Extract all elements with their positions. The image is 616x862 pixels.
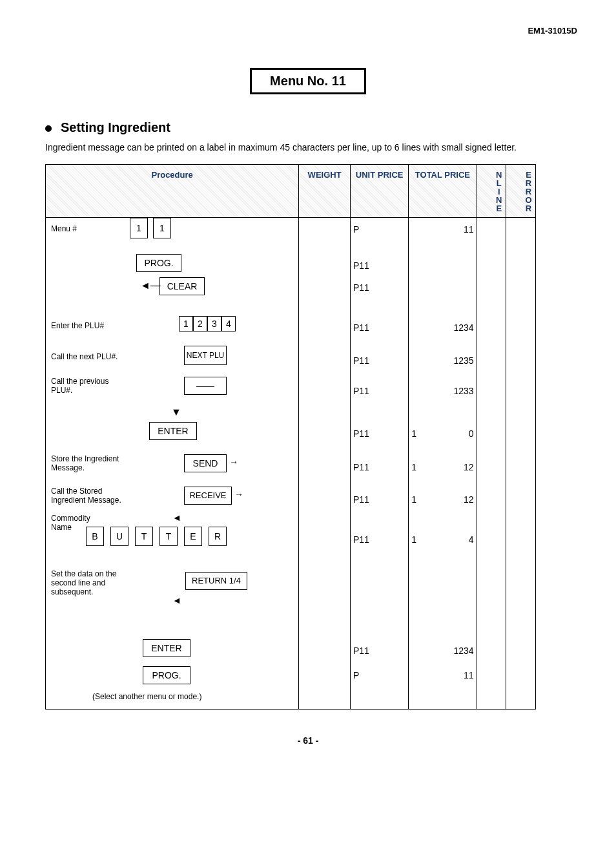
total-price-value: 14 bbox=[411, 534, 473, 545]
total-price-value: 10 bbox=[411, 428, 473, 439]
prog-key: PROG. bbox=[143, 666, 190, 684]
key-digit: 4 bbox=[221, 316, 236, 331]
intro-paragraph: Ingredient message can be printed on a l… bbox=[45, 142, 571, 154]
procedure-table: Procedure WEIGHT UNIT PRICE TOTAL PRICE … bbox=[45, 164, 536, 710]
send-key: SEND bbox=[184, 454, 227, 472]
arrow-down-icon: ▼ bbox=[171, 406, 181, 418]
section-heading: Setting Ingredient bbox=[45, 120, 577, 135]
enter-key: ENTER bbox=[143, 639, 190, 657]
unit-price-value: P11 bbox=[353, 534, 369, 545]
arrow-right-icon: → bbox=[234, 489, 243, 499]
col-total-price: TOTAL PRICE bbox=[409, 164, 477, 217]
arrow-left-icon: ◄— bbox=[140, 280, 161, 291]
unit-price-value: P11 bbox=[353, 260, 369, 271]
footer-note: (Select another menu or mode.) bbox=[92, 692, 201, 701]
prog-key: PROG. bbox=[136, 254, 181, 272]
arrow-left-icon: ◄ bbox=[172, 595, 181, 605]
unit-price-value: P11 bbox=[353, 386, 369, 396]
unit-price-value: P11 bbox=[353, 282, 369, 293]
unit-price-value: P11 bbox=[353, 494, 369, 505]
store-ingredient-label: Store the Ingredient Message. bbox=[51, 454, 128, 472]
receive-key: RECEIVE bbox=[184, 487, 232, 505]
prev-plu-label: Call the previous PLU#. bbox=[51, 377, 122, 395]
unit-price-value: P11 bbox=[353, 428, 369, 439]
total-price-value: 1233 bbox=[411, 386, 473, 396]
error-cells bbox=[506, 217, 536, 709]
col-error: ERROR bbox=[506, 164, 536, 217]
procedure-flow: Menu # 1 1 PROG. CLEAR ◄— Enter the PLU#… bbox=[46, 218, 298, 709]
unit-price-cells: PP11P11P11P11P11P11P11P11P11P11P bbox=[350, 217, 408, 709]
bullet-icon bbox=[45, 125, 52, 132]
key-digit: 1 bbox=[130, 218, 148, 238]
enter-key: ENTER bbox=[149, 422, 197, 440]
total-price-value: 1234 bbox=[411, 646, 473, 656]
unit-price-value: P bbox=[353, 670, 359, 680]
col-weight: WEIGHT bbox=[299, 164, 351, 217]
key-digit: 2 bbox=[193, 316, 207, 331]
key-digit: 1 bbox=[179, 316, 193, 331]
letter-key: T bbox=[135, 527, 153, 546]
letter-key: E bbox=[184, 527, 202, 546]
clear-key: CLEAR bbox=[159, 277, 205, 295]
page-number: - 61 - bbox=[39, 735, 577, 746]
key-digit: 1 bbox=[153, 218, 171, 238]
col-procedure: Procedure bbox=[46, 164, 299, 217]
total-price-value: 11 bbox=[411, 224, 473, 235]
unit-price-value: P11 bbox=[353, 355, 369, 366]
menu-number-label: Menu # bbox=[51, 224, 77, 233]
unit-price-value: P11 bbox=[353, 462, 369, 472]
col-unit-price: UNIT PRICE bbox=[350, 164, 408, 217]
total-price-value: 1234 bbox=[411, 322, 473, 333]
nline-cells bbox=[477, 217, 506, 709]
total-price-value: 112 bbox=[411, 494, 473, 505]
second-line-label: Set the data on the second line and subs… bbox=[51, 569, 135, 596]
total-price-value: 11 bbox=[411, 670, 473, 680]
unit-price-value: P11 bbox=[353, 646, 369, 656]
total-price-cells: 111234123512331011211214123411 bbox=[409, 217, 477, 709]
next-plu-key: NEXT PLU bbox=[184, 346, 227, 365]
col-nline: NLINE bbox=[477, 164, 506, 217]
weight-cells bbox=[299, 217, 351, 709]
arrow-left-icon: ◄ bbox=[172, 512, 181, 523]
letter-key: B bbox=[86, 527, 104, 546]
unit-price-value: P bbox=[353, 224, 359, 235]
total-price-value: 112 bbox=[411, 462, 473, 472]
recall-ingredient-label: Call the Stored Ingredient Message. bbox=[51, 487, 135, 505]
enter-plu-label: Enter the PLU# bbox=[51, 321, 104, 330]
menu-title-box: Menu No. 11 bbox=[250, 68, 366, 94]
total-price-value: 1235 bbox=[411, 355, 473, 366]
return-key: RETURN 1/4 bbox=[185, 572, 247, 590]
key-digit: 3 bbox=[207, 316, 221, 331]
dash-key: —— bbox=[184, 377, 227, 395]
letter-key: R bbox=[209, 527, 227, 546]
letter-key: T bbox=[159, 527, 178, 546]
letter-key: U bbox=[110, 527, 128, 546]
heading-text: Setting Ingredient bbox=[61, 120, 170, 134]
next-plu-label: Call the next PLU#. bbox=[51, 352, 118, 361]
arrow-right-icon: → bbox=[229, 457, 238, 467]
unit-price-value: P11 bbox=[353, 322, 369, 333]
document-id: EM1-31015D bbox=[39, 26, 577, 36]
